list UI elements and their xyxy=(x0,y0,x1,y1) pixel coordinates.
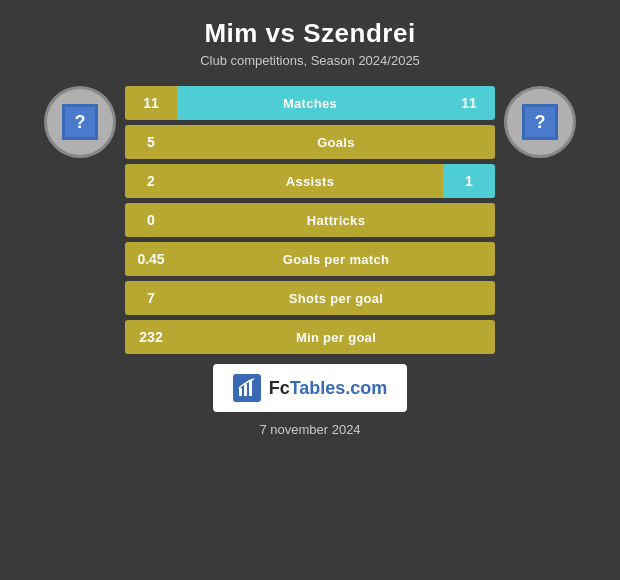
footer-date: 7 november 2024 xyxy=(259,422,360,437)
subtitle: Club competitions, Season 2024/2025 xyxy=(10,53,610,68)
hattricks-label: Hattricks xyxy=(177,203,495,237)
fctables-icon xyxy=(233,374,261,402)
stat-row-hattricks: 0 Hattricks xyxy=(125,203,495,237)
right-avatar: ? xyxy=(495,86,585,158)
assists-label: Assists xyxy=(177,164,443,198)
matches-label: Matches xyxy=(177,86,443,120)
svg-rect-1 xyxy=(244,384,247,396)
stat-row-matches: 11 Matches 11 xyxy=(125,86,495,120)
svg-rect-2 xyxy=(249,381,252,396)
left-avatar: ? xyxy=(35,86,125,158)
min-per-goal-label: Min per goal xyxy=(177,320,495,354)
shots-per-goal-label: Shots per goal xyxy=(177,281,495,315)
svg-rect-0 xyxy=(239,388,242,396)
main-content: ? 11 Matches 11 5 Goals 2 Assists 1 0 Ha… xyxy=(0,76,620,354)
stat-row-shots-per-goal: 7 Shots per goal xyxy=(125,281,495,315)
fctables-svg-icon xyxy=(237,378,257,398)
matches-left-val: 11 xyxy=(125,86,177,120)
left-avatar-placeholder: ? xyxy=(62,104,98,140)
stat-row-min-per-goal: 232 Min per goal xyxy=(125,320,495,354)
assists-right-val: 1 xyxy=(443,164,495,198)
goals-left-val: 5 xyxy=(125,125,177,159)
stat-row-goals-per-match: 0.45 Goals per match xyxy=(125,242,495,276)
assists-left-val: 2 xyxy=(125,164,177,198)
header: Mim vs Szendrei Club competitions, Seaso… xyxy=(0,0,620,76)
goals-label: Goals xyxy=(177,125,495,159)
hattricks-left-val: 0 xyxy=(125,203,177,237)
stat-row-assists: 2 Assists 1 xyxy=(125,164,495,198)
goals-per-match-left-val: 0.45 xyxy=(125,242,177,276)
fctables-text: FcTables.com xyxy=(269,378,388,399)
min-per-goal-left-val: 232 xyxy=(125,320,177,354)
left-avatar-circle: ? xyxy=(44,86,116,158)
fctables-banner[interactable]: FcTables.com xyxy=(213,364,408,412)
stats-container: 11 Matches 11 5 Goals 2 Assists 1 0 Hatt… xyxy=(125,86,495,354)
matches-right-val: 11 xyxy=(443,86,495,120)
stat-row-goals: 5 Goals xyxy=(125,125,495,159)
shots-per-goal-left-val: 7 xyxy=(125,281,177,315)
right-avatar-placeholder: ? xyxy=(522,104,558,140)
page-title: Mim vs Szendrei xyxy=(10,18,610,49)
right-avatar-circle: ? xyxy=(504,86,576,158)
goals-per-match-label: Goals per match xyxy=(177,242,495,276)
